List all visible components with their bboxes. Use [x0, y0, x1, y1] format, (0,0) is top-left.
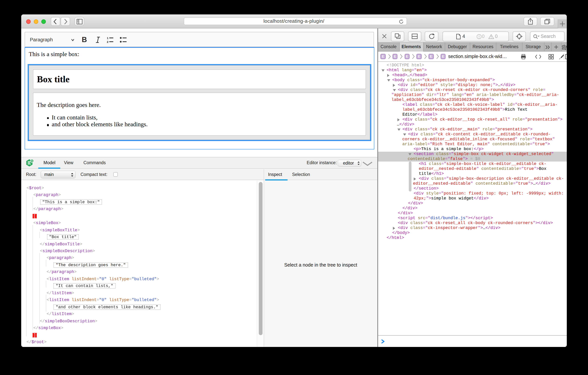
svg-text:2: 2: [107, 40, 108, 44]
svg-text:5: 5: [31, 160, 32, 163]
svg-text:1: 1: [107, 36, 108, 40]
